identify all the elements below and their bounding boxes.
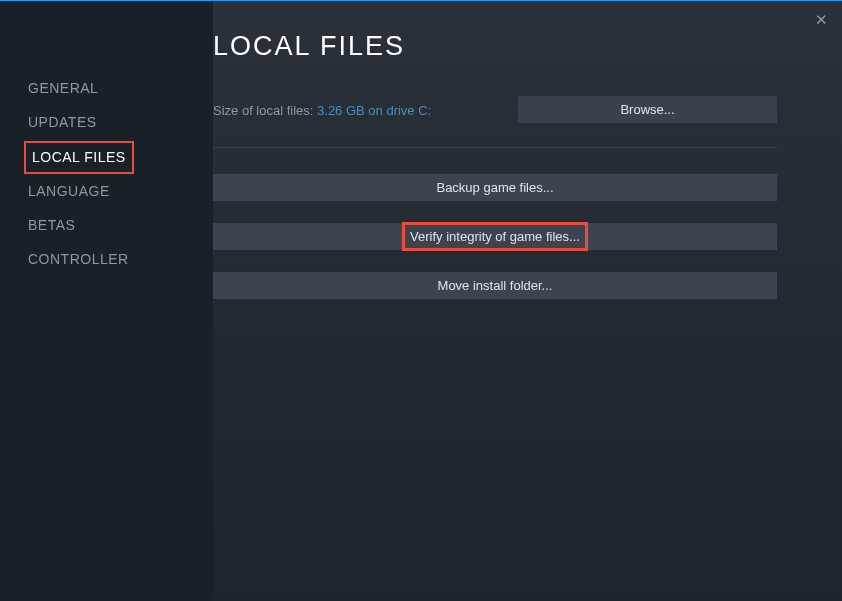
backup-button[interactable]: Backup game files... (213, 174, 777, 201)
size-label: Size of local files: (213, 103, 317, 118)
section-divider (213, 147, 777, 148)
move-install-button[interactable]: Move install folder... (213, 272, 777, 299)
size-info-row: Size of local files: 3.26 GB on drive C:… (213, 96, 777, 123)
sidebar-item-general[interactable]: GENERAL (24, 73, 102, 103)
properties-dialog: GENERAL UPDATES LOCAL FILES LANGUAGE BET… (0, 0, 842, 601)
page-title: LOCAL FILES (213, 31, 802, 62)
browse-button[interactable]: Browse... (518, 96, 777, 123)
sidebar-item-language[interactable]: LANGUAGE (24, 176, 114, 206)
close-icon[interactable]: ✕ (815, 11, 828, 29)
sidebar-item-betas[interactable]: BETAS (24, 210, 79, 240)
verify-label-wrap: Verify integrity of game files... (410, 229, 580, 244)
highlight-local-files: LOCAL FILES (24, 141, 134, 174)
verify-label: Verify integrity of game files... (410, 229, 580, 244)
size-info-text: Size of local files: 3.26 GB on drive C: (213, 101, 431, 119)
sidebar-item-controller[interactable]: CONTROLLER (24, 244, 133, 274)
size-value: 3.26 GB on drive C: (317, 103, 431, 118)
main-panel: ✕ LOCAL FILES Size of local files: 3.26 … (213, 1, 842, 601)
sidebar-item-local-files[interactable]: LOCAL FILES (32, 149, 126, 165)
sidebar-item-updates[interactable]: UPDATES (24, 107, 101, 137)
verify-integrity-button[interactable]: Verify integrity of game files... (213, 223, 777, 250)
sidebar: GENERAL UPDATES LOCAL FILES LANGUAGE BET… (0, 1, 213, 601)
